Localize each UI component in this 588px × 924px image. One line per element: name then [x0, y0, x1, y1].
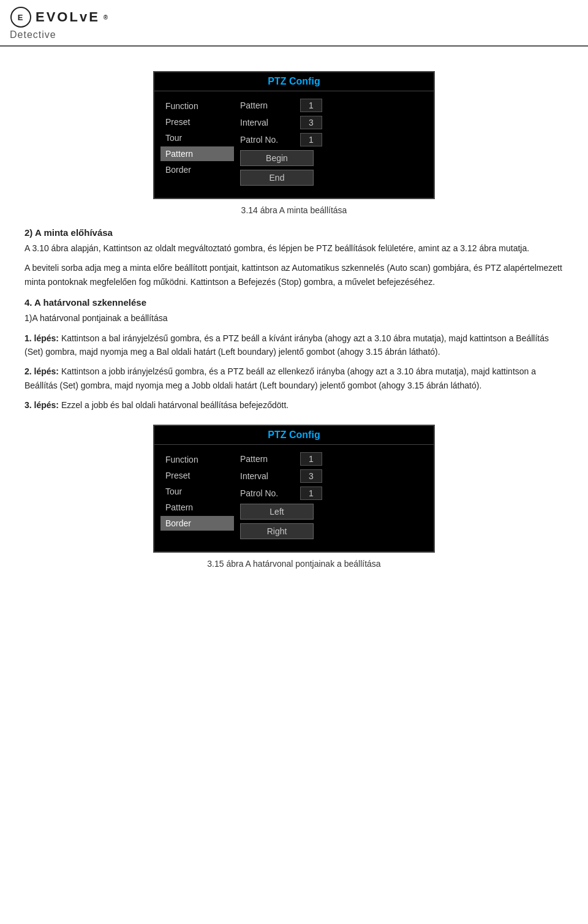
- ptz-row-patrol-1: Patrol No. 1: [240, 133, 428, 146]
- ptz-row-end: End: [240, 170, 428, 186]
- ptz-row-interval-2: Interval 3: [240, 469, 428, 483]
- ptz-row-interval-1: Interval 3: [240, 116, 428, 129]
- ptz-row-pattern-1: Pattern 1: [240, 99, 428, 112]
- ptz-body-1: Function Preset Tour Pattern Border Patt…: [154, 91, 434, 198]
- ptz-body-2: Function Preset Tour Pattern Border Patt…: [154, 445, 434, 551]
- section2-text1: A 3.10 ábra alapján, Kattintson az oldal…: [24, 241, 564, 255]
- end-button[interactable]: End: [240, 170, 314, 186]
- ptz-left-menu-1: Function Preset Tour Pattern Border: [160, 99, 234, 186]
- ptz-row-pattern-2: Pattern 1: [240, 452, 428, 466]
- value-interval-2: 3: [300, 469, 322, 483]
- step2-text: Kattintson a jobb irányjelzésű gombra, é…: [24, 366, 536, 390]
- figure1-caption: 3.14 ábra A minta beállítása: [24, 205, 564, 215]
- label-patrol-2: Patrol No.: [240, 488, 295, 498]
- brand-name: EVOLvE: [36, 9, 100, 25]
- ptz-left-menu-2: Function Preset Tour Pattern Border: [160, 452, 234, 539]
- step3-title: 3. lépés:: [24, 400, 59, 410]
- svg-text:E: E: [18, 13, 24, 22]
- figure1-container: PTZ Config Function Preset Tour Pattern …: [24, 71, 564, 199]
- ptz-row-left: Left: [240, 504, 428, 520]
- menu-tour-1[interactable]: Tour: [160, 131, 234, 145]
- begin-button[interactable]: Begin: [240, 150, 314, 166]
- main-content: PTZ Config Function Preset Tour Pattern …: [0, 47, 588, 593]
- ptz-row-right: Right: [240, 523, 428, 539]
- value-pattern-2: 1: [300, 452, 322, 466]
- product-name: Detective: [10, 29, 109, 40]
- logo-area: E EVOLvE ® Detective: [10, 6, 109, 40]
- menu-pattern-1[interactable]: Pattern: [160, 146, 234, 161]
- figure2-caption: 3.15 ábra A határvonal pontjainak a beál…: [24, 559, 564, 569]
- trademark: ®: [104, 14, 109, 21]
- right-button[interactable]: Right: [240, 523, 314, 539]
- label-pattern-1: Pattern: [240, 100, 295, 110]
- value-pattern-1: 1: [300, 99, 322, 112]
- ptz-config-box-1: PTZ Config Function Preset Tour Pattern …: [153, 71, 435, 199]
- label-interval-1: Interval: [240, 118, 295, 127]
- value-interval-1: 3: [300, 116, 322, 129]
- menu-function-1[interactable]: Function: [160, 99, 234, 113]
- menu-border-1[interactable]: Border: [160, 162, 234, 177]
- ptz-title-2: PTZ Config: [154, 426, 434, 445]
- menu-tour-2[interactable]: Tour: [160, 484, 234, 499]
- label-interval-2: Interval: [240, 471, 295, 481]
- step2-title: 2. lépés:: [24, 366, 59, 376]
- section2-text2: A beviteli sorba adja meg a minta előre …: [24, 261, 564, 289]
- menu-pattern-2[interactable]: Pattern: [160, 500, 234, 515]
- section4-title: 4. A határvonal szkennelése: [24, 297, 564, 308]
- value-patrol-1: 1: [300, 133, 322, 146]
- menu-function-2[interactable]: Function: [160, 452, 234, 467]
- left-button[interactable]: Left: [240, 504, 314, 520]
- section4-step3: 3. lépés: Ezzel a jobb és bal oldali hat…: [24, 398, 564, 412]
- ptz-row-patrol-2: Patrol No. 1: [240, 487, 428, 500]
- ptz-title-1: PTZ Config: [154, 72, 434, 91]
- section4-sub1: 1)A határvonal pontjainak a beállítása: [24, 311, 564, 325]
- label-patrol-1: Patrol No.: [240, 135, 295, 145]
- section4-step2: 2. lépés: Kattintson a jobb irányjelzésű…: [24, 365, 564, 392]
- value-patrol-2: 1: [300, 487, 322, 500]
- evolve-logo-icon: E: [10, 6, 32, 28]
- ptz-right-panel-2: Pattern 1 Interval 3 Patrol No. 1 Left: [234, 452, 428, 539]
- label-pattern-2: Pattern: [240, 454, 295, 464]
- ptz-right-panel-1: Pattern 1 Interval 3 Patrol No. 1 Begin: [234, 99, 428, 186]
- menu-preset-2[interactable]: Preset: [160, 468, 234, 483]
- menu-preset-1[interactable]: Preset: [160, 115, 234, 129]
- ptz-config-box-2: PTZ Config Function Preset Tour Pattern …: [153, 425, 435, 553]
- step1-text: Kattintson a bal irányjelzésű gombra, és…: [24, 333, 549, 357]
- menu-border-2[interactable]: Border: [160, 516, 234, 531]
- section4-step1: 1. lépés: Kattintson a bal irányjelzésű …: [24, 331, 564, 359]
- section2-title: 2) A minta előhívása: [24, 227, 564, 238]
- header: E EVOLvE ® Detective: [0, 0, 588, 47]
- step1-title: 1. lépés:: [24, 333, 59, 343]
- step3-text: Ezzel a jobb és bal oldali határvonal be…: [61, 400, 288, 410]
- ptz-row-begin: Begin: [240, 150, 428, 166]
- logo-evolve: E EVOLvE ®: [10, 6, 109, 28]
- figure2-container: PTZ Config Function Preset Tour Pattern …: [24, 425, 564, 553]
